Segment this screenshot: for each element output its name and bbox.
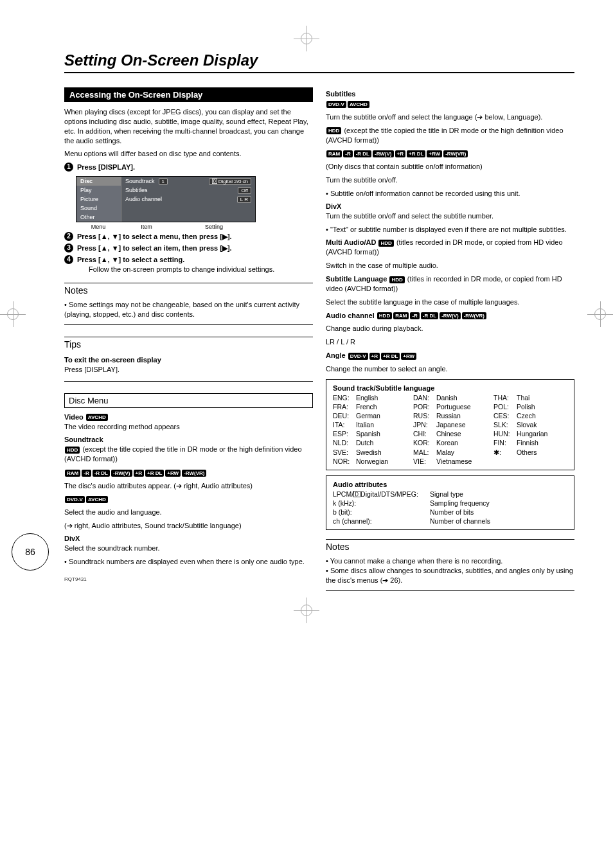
tag-hdd-multi: HDD [378,240,393,247]
step-number-2-icon: 2 [64,232,73,241]
soundtrack-select-line: Select the audio and language. [64,508,313,517]
language-row: POR:Portuguese [413,402,487,411]
intro-paragraph-2: Menu options will differ based on disc t… [64,149,313,159]
soundtrack-heading: Soundtrack [64,436,313,443]
soundtrack-hdd-line: HDD (except the title copied the title i… [64,445,313,464]
disc-format-tag: +RW [401,353,416,360]
step-3-text: Press [▲, ▼] to select an item, then pre… [77,244,232,253]
divx-line-1-right: Turn the subtitle on/off and select the … [326,211,574,221]
angle-line-1: Change the number to select an angle. [326,364,574,374]
disc-format-tag: +R DL [145,470,164,477]
disc-format-tag: AVCHD [348,101,369,108]
disc-format-tag: +R [395,150,405,157]
subtitles-hdd-line: HDD (except the title copied the title i… [326,126,574,145]
notes-right-line-1: • You cannot make a change when there is… [326,556,574,566]
disc-format-tag: -RW(V) [440,312,461,319]
language-row: ESP:Spanish [333,429,407,438]
soundtrack-tags-row: RAM-R-R DL-RW(V)+R+R DL+RW-RW(VR) [64,468,313,477]
audio-attributes-box: Audio attributes LPCM/🄳Digital/DTS/MPEG:… [326,475,574,531]
subtitles-line-4: • Subtitle on/off information cannot be … [326,189,574,199]
disc-format-tag: -RW(VR) [462,312,486,319]
step-4: 4 Press [▲, ▼] to select a setting. Foll… [64,255,313,274]
disc-format-tag: RAM [326,150,342,157]
tag-hdd: HDD [65,447,80,454]
notes-body-left: • Some settings may not be changeable, b… [64,297,313,324]
disc-format-tag: -R [82,470,91,477]
subtitles-tags-1: DVD-VAVCHD [326,99,574,109]
language-row: DEU:German [333,411,407,420]
multi-audio-switch: Switch in the case of multiple audio. [326,261,574,270]
disc-format-tag: +R DL [381,353,400,360]
language-row: DAN:Danish [413,393,487,402]
tag-hdd-sub: HDD [326,127,341,134]
step-number-4-icon: 4 [64,255,73,264]
audio-attr-left-col: LPCM/🄳Digital/DTS/MPEG:k (kHz):b (bit):c… [333,490,418,526]
osd-menu-play: Play [76,186,121,195]
right-column: Subtitles DVD-VAVCHD Turn the subtitle o… [326,87,574,603]
intro-paragraph-1: When playing discs (except for JPEG disc… [64,107,313,145]
disc-format-tag: +R [369,353,380,360]
step-2: 2 Press [▲, ▼] to select a menu, then pr… [64,232,313,242]
disc-format-tag: DVD-V [326,101,346,108]
step-4-text: Press [▲, ▼] to select a setting. [77,256,184,263]
disc-menu-header: Disc Menu [64,393,313,408]
tips-header: Tips [64,337,313,351]
language-row: SVE:Swedish [333,448,407,457]
language-column: DAN:DanishPOR:PortugueseRUS:RussianJPN:J… [413,393,487,466]
osd-menu-picture: Picture [76,195,121,204]
language-row: JPN:Japanese [413,420,487,429]
language-row: KOR:Korean [413,438,487,447]
divx-line-2-right: • "Text" or subtitle number is displayed… [326,225,574,235]
audio-channel-block: Audio channel HDDRAM-R-R DL-RW(V)-RW(VR) [326,311,574,321]
disc-format-tag: RAM [393,312,409,319]
notes-header-right: Notes [326,540,574,554]
subtitles-tags-2: RAM-R-R DL-RW(V)+R+R DL+RW-RW(VR) [326,148,574,158]
angle-block: Angle DVD-V+R+R DL+RW [326,351,574,360]
language-row: RUS:Russian [413,411,487,420]
tips-box: Tips To exit the on-screen display Press… [64,337,313,382]
language-row: FRA:French [333,402,407,411]
subtitles-line-2: (Only discs that contain subtitle on/off… [326,162,574,172]
language-row: POL:Polish [493,402,567,411]
language-table-header: Sound track/Subtitle language [333,384,567,393]
language-row: SLK:Slovak [493,420,567,429]
osd-soundtrack-value: 1 [159,178,168,185]
video-heading: Video AVCHD [64,413,313,421]
disc-format-tag: -RW(V) [111,470,132,477]
divx-heading-left: DivX [64,535,313,542]
disc-format-tag: -R DL [354,150,371,157]
osd-soundtrack-label: Soundtrack [125,178,155,184]
step-number-3-icon: 3 [64,244,73,252]
osd-label-item: Item [121,224,172,230]
tag-avchd: AVCHD [86,414,108,421]
language-grid: ENG:EnglishFRA:FrenchDEU:GermanITA:Itali… [333,393,567,466]
osd-menu-disc: Disc [76,177,121,186]
language-column: THA:ThaiPOL:PolishCES:CzechSLK:SlovakHUN… [493,393,567,466]
disc-format-tag: DVD-V [65,496,85,503]
soundtrack-tags-row-2: DVD-VAVCHD [64,495,313,504]
audio-channel-line-1: Change audio during playback. [326,324,574,333]
disc-format-tag: +RW [427,150,442,157]
page-title: Setting On-Screen Display [64,51,574,69]
osd-label-setting: Setting [172,224,256,230]
section-header-accessing: Accessing the On-Screen Display [64,87,313,102]
disc-format-tag: +R DL [407,150,425,157]
language-column: ENG:EnglishFRA:FrenchDEU:GermanITA:Itali… [333,393,407,466]
language-row: VIE:Vietnamese [413,457,487,466]
video-description: The video recording method appears [64,422,313,432]
language-row: THA:Thai [493,393,567,402]
osd-panel: Disc Soundtrack 1 🄳 Digital 2/0 ch Play … [76,176,256,222]
osd-audio-channel-value: L R [237,196,251,203]
subtitles-line-1: Turn the subtitle on/off and select the … [326,112,574,122]
soundtrack-attributes-line: The disc's audio attributes appear. (➔ r… [64,481,313,491]
language-row: FIN:Finnish [493,438,567,447]
tag-hdd-sublang: HDD [389,276,404,283]
language-row: HUN:Hungarian [493,429,567,438]
disc-format-tag: +R [134,470,144,477]
language-row: NOR:Norwegian [333,457,407,466]
step-1-text: Press [DISPLAY]. [77,163,135,172]
notes-header-left: Notes [64,283,313,297]
language-table-box: Sound track/Subtitle language ENG:Englis… [326,379,574,470]
divx-heading-right: DivX [326,202,574,210]
page-number-ring: 86 [12,533,49,571]
